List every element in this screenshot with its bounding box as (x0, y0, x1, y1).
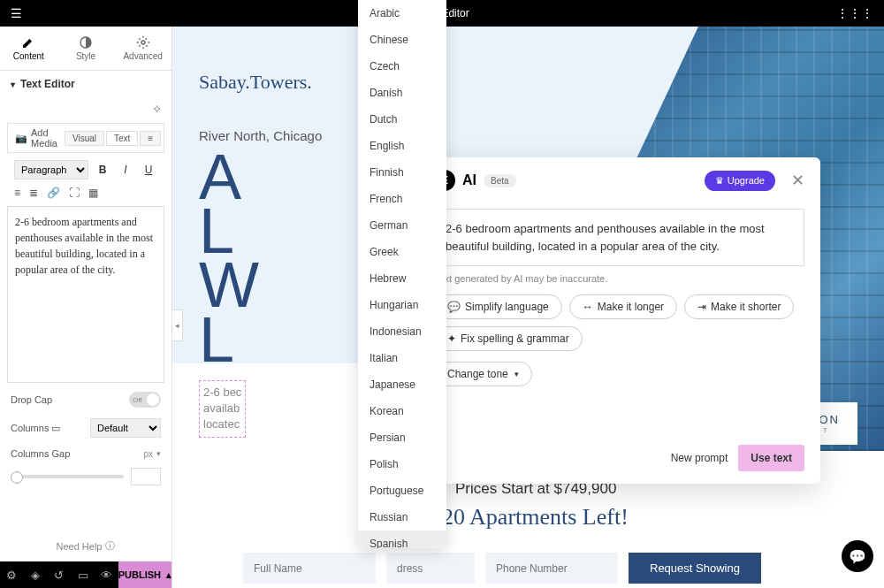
use-text-button[interactable]: Use text (738, 445, 804, 471)
ai-disclaimer: Text generated by AI may be inaccurate. (418, 273, 820, 284)
text-tab[interactable]: Text (106, 131, 138, 146)
apps-icon[interactable]: ⋮⋮⋮ (836, 6, 873, 20)
language-option[interactable]: Persian (358, 424, 446, 451)
contrast-icon (79, 35, 93, 50)
language-dropdown: ArabicChineseCzechDanishDutchEnglishFinn… (358, 0, 446, 548)
phone-input[interactable] (485, 553, 618, 584)
collapse-panel-button[interactable]: ◂ (172, 309, 183, 341)
page-canvas: RICHARDSON DEVELOPMENT Sabay.Towers. Riv… (172, 27, 884, 588)
address-input[interactable] (386, 553, 475, 584)
history-icon[interactable]: ↺ (48, 561, 72, 588)
columns-label: Columns ▭ (11, 423, 90, 434)
make-shorter-pill[interactable]: ⇥ Make it shorter (684, 294, 794, 319)
gap-slider[interactable] (11, 475, 124, 478)
language-option[interactable]: Hungarian (358, 292, 446, 318)
language-option[interactable]: Finnish (358, 159, 446, 186)
close-icon[interactable]: ✕ (791, 171, 804, 190)
paragraph-select[interactable]: Paragraph (14, 160, 88, 179)
editor-sidebar: Content Style Advanced Text Editor ⟡ 📷 A… (0, 27, 172, 588)
columns-select[interactable]: Default (90, 418, 161, 438)
language-option[interactable]: Dutch (358, 106, 446, 133)
ai-modal: E AI Beta ♛ Upgrade ✕ 2-6 bedroom apartm… (418, 157, 820, 484)
section-text-editor[interactable]: Text Editor (0, 71, 171, 97)
language-list[interactable]: ArabicChineseCzechDanishDutchEnglishFinn… (358, 0, 446, 548)
language-option[interactable]: Portuguese (358, 477, 446, 504)
responsive-icon[interactable]: ▭ (71, 561, 95, 588)
add-media-button[interactable]: 📷 Add Media (15, 127, 57, 149)
dropcap-label: Drop Cap (11, 394, 129, 405)
name-input[interactable] (243, 553, 376, 584)
language-option[interactable]: Czech (358, 53, 446, 80)
toolbar-toggle-icon[interactable]: ≡ (140, 131, 161, 146)
language-option[interactable]: Russian (358, 504, 446, 531)
pencil-icon (21, 35, 35, 50)
gear-icon (136, 35, 150, 50)
link-icon[interactable]: 🔗 (47, 187, 60, 199)
language-option[interactable]: French (358, 186, 446, 212)
simplify-language-pill[interactable]: 💬 Simplify language (434, 294, 562, 319)
tab-advanced[interactable]: Advanced (114, 27, 171, 70)
language-option[interactable]: Greek (358, 239, 446, 265)
ai-sparkle-icon[interactable]: ⟡ (153, 101, 161, 116)
more-icon[interactable]: ▦ (88, 187, 98, 199)
upgrade-button[interactable]: ♛ Upgrade (705, 171, 775, 191)
navigator-icon[interactable]: ◈ (24, 561, 48, 588)
svg-point-1 (141, 41, 145, 44)
language-option[interactable]: Hebrew (358, 265, 446, 292)
language-option[interactable]: Indonesian (358, 318, 446, 345)
brand-title: Sabay.Towers. (199, 71, 312, 94)
apartments-left: 20 Apartments Left! (442, 504, 629, 531)
list-ul-icon[interactable]: ≡ (14, 187, 20, 199)
dropcap-toggle[interactable]: Off (129, 392, 161, 408)
menu-icon[interactable]: ☰ (11, 6, 22, 20)
list-ol-icon[interactable]: ≣ (29, 187, 38, 199)
visual-tab[interactable]: Visual (65, 131, 104, 146)
language-option[interactable]: German (358, 212, 446, 239)
publish-button[interactable]: PUBLISH ▴ (118, 561, 171, 588)
request-showing-button[interactable]: Request Showing (629, 553, 761, 584)
language-option[interactable]: Arabic (358, 0, 446, 27)
language-option[interactable]: Spanish (358, 531, 446, 548)
make-longer-pill[interactable]: ↔ Make it longer (569, 294, 677, 319)
preview-icon[interactable]: 👁 (95, 561, 118, 588)
language-option[interactable]: Danish (358, 80, 446, 106)
bold-button[interactable]: B (94, 164, 111, 176)
tab-style[interactable]: Style (57, 27, 115, 70)
ai-title: AI (462, 172, 476, 188)
text-editor-body[interactable]: 2-6 bedroom apartments and penthouses av… (7, 206, 164, 383)
chat-icon[interactable]: 💬 (842, 540, 873, 572)
beta-badge: Beta (484, 174, 516, 187)
fullscreen-icon[interactable]: ⛶ (69, 187, 80, 199)
underline-button[interactable]: U (140, 164, 157, 176)
language-option[interactable]: Korean (358, 398, 446, 424)
ai-text-output[interactable]: 2-6 bedroom apartments and penthouses av… (434, 209, 804, 266)
new-prompt-button[interactable]: New prompt (671, 452, 728, 464)
hero-text: ALWL (199, 150, 255, 367)
columns-gap-label: Columns Gap (11, 448, 143, 459)
gap-value-input[interactable] (131, 468, 161, 485)
selected-text-widget[interactable]: 2-6 bec availab locatec (199, 380, 246, 438)
need-help-link[interactable]: Need Help ⓘ (0, 531, 171, 561)
language-option[interactable]: Chinese (358, 27, 446, 53)
change-tone-dropdown[interactable]: Change tone (434, 362, 532, 386)
language-option[interactable]: Italian (358, 345, 446, 371)
settings-icon[interactable]: ⚙ (0, 561, 24, 588)
language-option[interactable]: Japanese (358, 371, 446, 398)
unit-label[interactable]: px (143, 449, 153, 459)
italic-button[interactable]: I (117, 164, 134, 176)
tab-content[interactable]: Content (0, 27, 57, 70)
fix-spelling-pill[interactable]: ✦ Fix spelling & grammar (434, 326, 583, 351)
language-option[interactable]: English (358, 133, 446, 159)
language-option[interactable]: Polish (358, 451, 446, 477)
